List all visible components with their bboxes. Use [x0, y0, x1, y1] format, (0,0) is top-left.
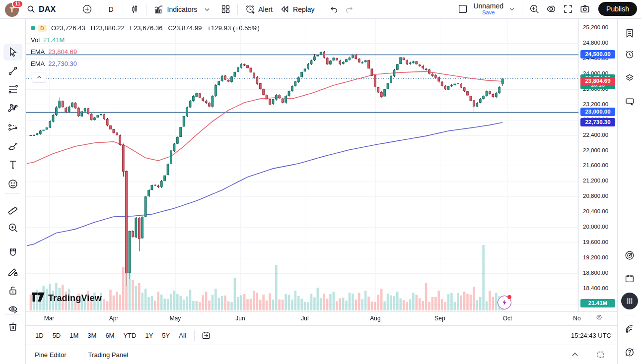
go-to-date-icon[interactable] [198, 328, 214, 342]
month-label: Mar [44, 315, 55, 322]
panel-expand-chevron-icon[interactable] [568, 348, 582, 361]
quick-search-icon[interactable] [526, 1, 543, 16]
legend-volume-row[interactable]: Vol 21.41M [31, 36, 260, 44]
remove-drawings-tool[interactable] [3, 318, 22, 335]
tab-pine-editor[interactable]: Pine Editor [35, 351, 67, 359]
panel-maximize-icon[interactable] [593, 348, 608, 361]
price-axis[interactable]: 25,200.0024,800.0024,400.0024,000.0023,6… [578, 19, 617, 311]
interval-label: D [106, 5, 115, 13]
trend-line-tool[interactable] [3, 62, 22, 79]
range-ytd[interactable]: YTD [119, 329, 141, 342]
help-sparkle-icon[interactable] [620, 343, 639, 362]
streams-icon[interactable] [620, 319, 639, 338]
xabcd-pattern-tool[interactable] [3, 100, 22, 117]
price-badge-hline-lower: 23,000.00 [580, 108, 615, 116]
right-sidebar [617, 19, 641, 364]
volume-value: 21.41M [43, 36, 65, 44]
watchlist-icon[interactable] [620, 24, 639, 43]
legend-ema-fast-row[interactable]: EMA 23,804.69 [31, 48, 260, 56]
axis-settings-icon[interactable] [595, 313, 603, 324]
change-readout: +129.93 (+0.55%) [207, 24, 260, 32]
replay-label: Replay [293, 5, 315, 13]
time-axis[interactable]: MarAprMayJunJulAugSepOctNo [26, 311, 617, 325]
price-tick: 21,200.00 [583, 178, 608, 183]
price-tick: 25,200.00 [583, 24, 608, 30]
emoji-tool[interactable] [3, 176, 22, 192]
screenshot-camera-icon[interactable] [576, 1, 593, 16]
publish-button[interactable]: Publish [598, 2, 637, 16]
economic-calendar-icon[interactable] [620, 269, 639, 288]
replay-button[interactable]: Replay [276, 2, 318, 16]
tab-trading-panel[interactable]: Trading Panel [88, 351, 128, 359]
layout-chevron-icon[interactable] [505, 3, 518, 14]
price-badge-volume-value: 21.41M [580, 299, 615, 307]
chat-icon[interactable] [620, 92, 639, 111]
chart-style-button[interactable] [127, 2, 142, 16]
price-badge-ema-slow: 22,730.30 [580, 118, 615, 126]
alert-button[interactable]: Alert [241, 2, 276, 16]
clock-utc[interactable]: 15:24:43 UTC [571, 332, 612, 339]
range-6m[interactable]: 6M [101, 329, 119, 342]
redo-button[interactable] [342, 2, 357, 16]
replay-icon [280, 4, 290, 14]
interval-button[interactable]: D [103, 3, 119, 15]
price-tick: 19,200.00 [583, 254, 608, 260]
range-1m[interactable]: 1M [65, 329, 83, 342]
price-tick: 21,600.00 [583, 162, 608, 168]
price-tick: 18,800.00 [583, 270, 608, 276]
range-1d[interactable]: 1D [31, 329, 48, 342]
cursor-tool[interactable] [3, 44, 22, 61]
toolbar-divider [522, 3, 522, 14]
legend-collapse-button[interactable] [32, 72, 46, 83]
date-range-toolbar: 1D5D1M3M6MYTD1Y5YAll 15:24:43 UTC [26, 325, 617, 345]
layout-name-button[interactable]: Unnamed Save [471, 1, 505, 16]
range-5y[interactable]: 5Y [157, 329, 174, 342]
forecast-tool[interactable] [3, 119, 22, 136]
month-label: Aug [370, 315, 380, 322]
indicator-templates-button[interactable] [201, 4, 214, 15]
user-menu[interactable]: T 11 [5, 2, 20, 17]
toolbar-divider [194, 330, 195, 341]
symbol-search-button[interactable]: DAX [23, 2, 59, 16]
legend-main-row[interactable]: D O23,726.43 H23,880.22 L23,676.36 C23,8… [31, 24, 260, 32]
apps-grid-icon[interactable] [620, 292, 639, 310]
tradingview-logo-icon [32, 292, 45, 304]
alerts-clock-icon[interactable] [620, 45, 639, 64]
range-all[interactable]: All [174, 329, 190, 342]
compare-add-button[interactable] [79, 2, 95, 16]
magnet-tool[interactable] [3, 244, 22, 261]
zoom-in-tool[interactable] [3, 219, 22, 236]
layout-select-icon[interactable] [454, 1, 471, 16]
grid-layout-icon[interactable] [217, 2, 234, 16]
range-5d[interactable]: 5D [48, 329, 66, 342]
latest-bar-events-icon[interactable] [498, 296, 511, 309]
lock-all-tool[interactable] [3, 282, 22, 299]
bottom-panel: Pine Editor Trading Panel [26, 345, 617, 364]
indicators-button[interactable]: Indicators [150, 2, 201, 17]
fullscreen-icon[interactable] [560, 1, 576, 16]
screener-radar-icon[interactable] [620, 246, 639, 265]
ohlc-readout: O23,726.43 H23,880.22 L23,676.36 C23,874… [51, 24, 260, 32]
brush-tool[interactable] [3, 138, 22, 155]
fib-retracement-tool[interactable] [3, 81, 22, 98]
toolbar-divider [123, 4, 123, 15]
month-label: Sep [434, 315, 445, 322]
chart-area[interactable]: D O23,726.43 H23,880.22 L23,676.36 C23,8… [26, 19, 578, 311]
drawing-mode-tool[interactable] [3, 263, 22, 280]
toolbar-divider [99, 4, 99, 15]
object-tree-icon[interactable] [620, 68, 639, 87]
legend-ema-slow-row[interactable]: EMA 22,730.30 [31, 60, 260, 68]
price-tick: 18,400.00 [583, 285, 608, 291]
ruler-tool[interactable] [3, 200, 22, 217]
settings-gear-icon[interactable] [543, 1, 560, 16]
sidebar-divider [623, 315, 636, 315]
range-3m[interactable]: 3M [83, 329, 101, 342]
month-label: Oct [503, 315, 512, 322]
range-1y[interactable]: 1Y [141, 329, 157, 342]
search-icon [26, 4, 36, 14]
drawing-toolbar [0, 19, 26, 364]
undo-button[interactable] [326, 2, 342, 16]
text-tool[interactable] [3, 156, 22, 173]
hide-drawings-tool[interactable] [3, 301, 22, 318]
save-link[interactable]: Save [482, 10, 495, 16]
